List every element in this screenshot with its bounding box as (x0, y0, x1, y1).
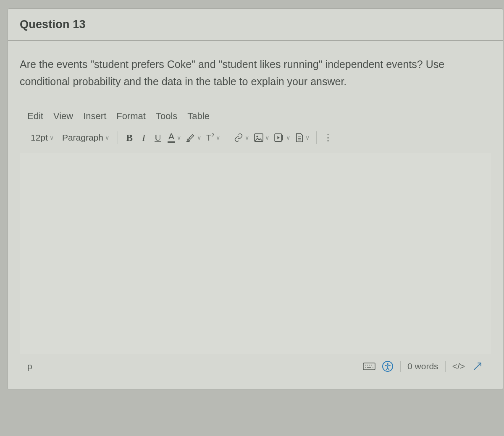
chevron-down-icon: ∨ (50, 134, 54, 141)
menu-tools[interactable]: Tools (156, 111, 177, 122)
chevron-down-icon: ∨ (286, 134, 290, 141)
link-icon (234, 133, 243, 142)
question-card: Question 13 Are the events "student pref… (8, 8, 503, 390)
svg-point-6 (369, 365, 370, 366)
editor-menu-bar: Edit View Insert Format Tools Table (20, 108, 491, 128)
keyboard-button[interactable] (363, 361, 375, 372)
svg-point-11 (387, 363, 388, 365)
accessibility-icon (382, 361, 393, 372)
accessibility-button[interactable] (382, 361, 394, 372)
svg-point-8 (365, 367, 366, 368)
block-format-select[interactable]: Paragraph ∨ (59, 130, 113, 145)
text-color-button[interactable]: A ∨ (166, 130, 183, 145)
more-options-button[interactable]: ⋮ (322, 130, 334, 145)
fullscreen-button[interactable] (472, 361, 483, 372)
highlight-icon (186, 133, 195, 142)
editor-status-bar: p 0 words (20, 354, 491, 382)
bold-button[interactable]: B (123, 130, 136, 145)
toolbar-divider (227, 131, 227, 144)
status-divider (400, 361, 401, 372)
superscript-exp: 2 (211, 133, 214, 138)
underline-button[interactable]: U (152, 130, 164, 145)
question-prompt: Are the events "student prefers Coke" an… (20, 56, 491, 90)
editor-toolbar: 12pt ∨ Paragraph ∨ B I U A ∨ (20, 128, 491, 153)
text-color-glyph: A (168, 133, 174, 141)
toolbar-divider (316, 131, 317, 144)
insert-image-button[interactable]: ∨ (252, 130, 271, 145)
image-icon (254, 133, 263, 142)
svg-rect-3 (363, 363, 375, 370)
chevron-down-icon: ∨ (177, 134, 181, 141)
chevron-down-icon: ∨ (245, 134, 249, 141)
svg-point-4 (365, 365, 366, 366)
text-color-bar (168, 141, 175, 143)
svg-rect-10 (367, 367, 371, 368)
document-icon (295, 133, 304, 142)
menu-table[interactable]: Table (187, 111, 210, 122)
svg-point-9 (373, 367, 373, 368)
menu-view[interactable]: View (53, 111, 73, 122)
html-view-button[interactable]: </> (452, 361, 465, 372)
superscript-button[interactable]: T2 ∨ (205, 130, 222, 145)
status-divider (445, 361, 446, 372)
element-path[interactable]: p (27, 361, 32, 371)
question-header: Question 13 (8, 9, 503, 41)
block-format-label: Paragraph (62, 133, 103, 143)
menu-edit[interactable]: Edit (27, 111, 43, 122)
svg-point-5 (367, 365, 368, 366)
text-color-icon: A (168, 133, 175, 143)
word-count: 0 words (407, 361, 438, 371)
chevron-down-icon: ∨ (216, 134, 220, 141)
chevron-down-icon: ∨ (105, 134, 109, 141)
menu-format[interactable]: Format (116, 111, 146, 122)
media-icon (274, 133, 284, 142)
svg-point-1 (256, 136, 258, 137)
font-size-label: 12pt (31, 133, 48, 143)
status-right: 0 words </> (363, 361, 483, 372)
italic-button[interactable]: I (137, 130, 150, 145)
expand-icon (473, 362, 482, 371)
toolbar-divider (118, 131, 118, 144)
keyboard-icon (363, 362, 375, 371)
svg-point-7 (371, 365, 372, 366)
question-body: Are the events "student prefers Coke" an… (8, 41, 503, 389)
font-size-select[interactable]: 12pt ∨ (27, 130, 57, 145)
chevron-down-icon: ∨ (197, 134, 201, 141)
chevron-down-icon: ∨ (305, 134, 310, 141)
highlight-color-button[interactable]: ∨ (184, 130, 203, 145)
menu-insert[interactable]: Insert (83, 111, 106, 122)
insert-link-button[interactable]: ∨ (232, 130, 251, 145)
superscript-icon: T2 (206, 133, 214, 143)
rich-text-editor: Edit View Insert Format Tools Table 12pt… (20, 108, 491, 382)
superscript-base: T (206, 133, 211, 142)
insert-document-button[interactable]: ∨ (294, 130, 311, 145)
question-title: Question 13 (20, 18, 491, 31)
insert-media-button[interactable]: ∨ (273, 130, 292, 145)
chevron-down-icon: ∨ (265, 134, 269, 141)
editor-content-area[interactable] (20, 153, 491, 354)
more-vertical-icon: ⋮ (323, 132, 333, 143)
